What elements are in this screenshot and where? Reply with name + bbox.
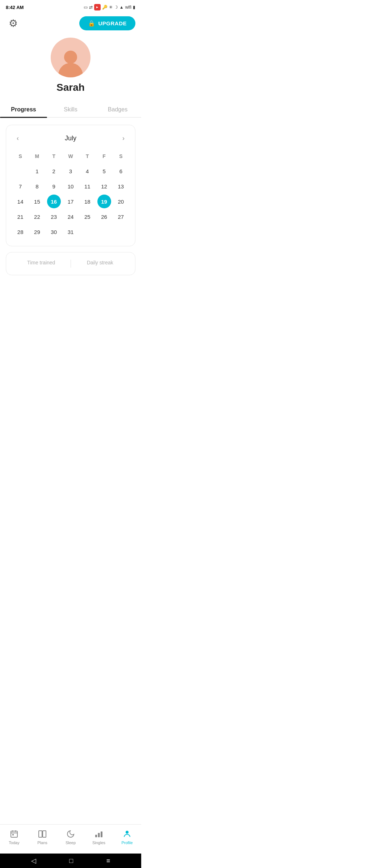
day-label-t2: T [79, 151, 96, 161]
tab-badges[interactable]: Badges [94, 102, 141, 117]
cal-date-20[interactable]: 20 [114, 195, 128, 208]
cal-date-23[interactable]: 23 [47, 210, 61, 224]
cal-date-12[interactable]: 12 [97, 179, 111, 193]
calendar-day-headers: S M T W T F S [12, 151, 129, 161]
cal-date-2[interactable]: 2 [47, 164, 61, 178]
cal-date-31[interactable]: 31 [64, 225, 77, 239]
calendar-dates: 1234567891011121314151617181920212223242… [12, 164, 129, 239]
cal-date-26[interactable]: 26 [97, 210, 111, 224]
main-content: ‹ July › S M T W T F S 12345678910111213… [0, 118, 141, 282]
cal-date-21[interactable]: 21 [13, 210, 27, 224]
tab-progress[interactable]: Progress [0, 102, 47, 117]
avatar-figure [58, 51, 83, 77]
cal-date-6[interactable]: 6 [114, 164, 128, 178]
cal-date-5[interactable]: 5 [97, 164, 111, 178]
day-label-t1: T [46, 151, 62, 161]
wifi-icon: wifi [125, 5, 131, 10]
cal-date-17[interactable]: 17 [64, 195, 77, 208]
day-label-s1: S [12, 151, 29, 161]
cal-date-14[interactable]: 14 [13, 195, 27, 208]
cal-date-11[interactable]: 11 [80, 179, 94, 193]
cal-date-9[interactable]: 9 [47, 179, 61, 193]
daily-streak-label: Daily streak [71, 260, 130, 265]
cal-date-empty [114, 225, 128, 239]
cal-date-28[interactable]: 28 [13, 225, 27, 239]
cal-date-7[interactable]: 7 [13, 179, 27, 193]
avatar[interactable] [51, 38, 91, 77]
cal-date-27[interactable]: 27 [114, 210, 128, 224]
key-icon: 🔑 [102, 5, 108, 10]
calendar-grid: S M T W T F S 12345678910111213141516171… [12, 151, 129, 239]
upgrade-button[interactable]: 🔒 UPGRADE [79, 16, 135, 30]
calendar-next-button[interactable]: › [118, 132, 129, 144]
page-wrapper: 8:42 AM ▭ ⇄ 🔑 ✳ ☽ ▲ wifi ▮ ⚙ 🔒 UPGRADE [0, 0, 141, 326]
cal-date-3[interactable]: 3 [64, 164, 77, 178]
status-time: 8:42 AM [6, 5, 24, 10]
day-label-s2: S [113, 151, 129, 161]
signal-icon: ▲ [119, 5, 124, 10]
cal-date-10[interactable]: 10 [64, 179, 77, 193]
cal-date-empty [80, 225, 94, 239]
avatar-head [64, 51, 77, 64]
status-bar: 8:42 AM ▭ ⇄ 🔑 ✳ ☽ ▲ wifi ▮ [0, 0, 141, 13]
stats-card: Time trained Daily streak [6, 252, 135, 275]
cal-date-4[interactable]: 4 [80, 164, 94, 178]
cal-date-13[interactable]: 13 [114, 179, 128, 193]
cal-date-16[interactable]: 16 [47, 195, 61, 208]
record-icon [94, 4, 101, 10]
time-trained-stat: Time trained [12, 260, 71, 268]
day-label-w: W [62, 151, 79, 161]
video-icon: ▭ [84, 5, 88, 10]
cal-date-24[interactable]: 24 [64, 210, 77, 224]
cal-date-empty [13, 164, 27, 178]
header: ⚙ 🔒 UPGRADE [0, 13, 141, 35]
status-icons: ▭ ⇄ 🔑 ✳ ☽ ▲ wifi ▮ [84, 4, 135, 10]
gear-icon: ⚙ [9, 17, 18, 29]
calendar-card: ‹ July › S M T W T F S 12345678910111213… [6, 125, 135, 246]
calendar-month: July [65, 135, 76, 142]
tabs-container: Progress Skills Badges [0, 102, 141, 118]
calendar-prev-button[interactable]: ‹ [12, 132, 24, 144]
tab-skills[interactable]: Skills [47, 102, 94, 117]
cal-date-19[interactable]: 19 [97, 195, 111, 208]
calendar-header: ‹ July › [12, 132, 129, 144]
cal-date-empty [97, 225, 111, 239]
upgrade-label: UPGRADE [98, 20, 127, 26]
cal-date-25[interactable]: 25 [80, 210, 94, 224]
cal-date-18[interactable]: 18 [80, 195, 94, 208]
cal-date-22[interactable]: 22 [30, 210, 44, 224]
lock-icon: 🔒 [88, 20, 96, 27]
settings-button[interactable]: ⚙ [6, 16, 20, 30]
avatar-body [58, 63, 83, 77]
exchange-icon: ⇄ [89, 5, 93, 10]
time-trained-label: Time trained [12, 260, 71, 265]
bluetooth-icon: ✳ [109, 5, 113, 10]
cal-date-15[interactable]: 15 [30, 195, 44, 208]
cal-date-29[interactable]: 29 [30, 225, 44, 239]
profile-section: Sarah [0, 35, 141, 99]
day-label-f: F [96, 151, 112, 161]
username: Sarah [56, 82, 85, 93]
cal-date-8[interactable]: 8 [30, 179, 44, 193]
moon-icon: ☽ [114, 5, 118, 10]
cal-date-1[interactable]: 1 [30, 164, 44, 178]
cal-date-30[interactable]: 30 [47, 225, 61, 239]
daily-streak-stat: Daily streak [71, 260, 130, 268]
battery-icon: ▮ [133, 5, 135, 10]
day-label-m: M [29, 151, 45, 161]
